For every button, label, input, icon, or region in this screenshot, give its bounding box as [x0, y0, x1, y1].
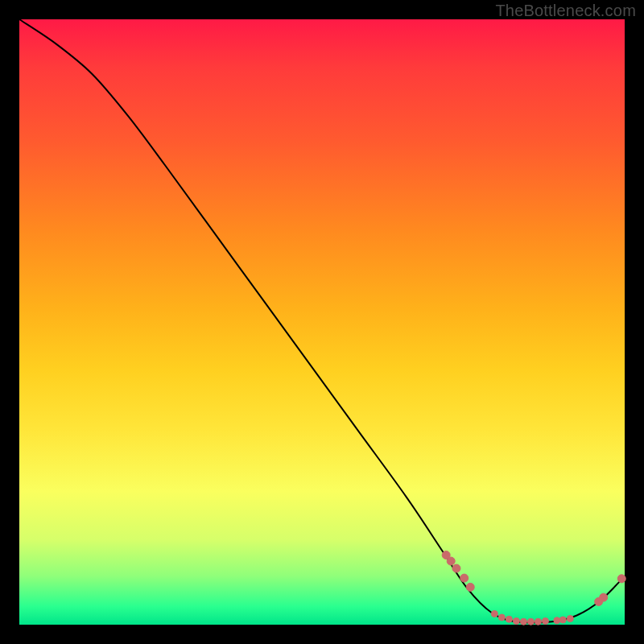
data-point [513, 617, 519, 624]
data-point [559, 617, 566, 623]
data-point [527, 618, 534, 625]
data-point [617, 575, 625, 583]
data-point [506, 616, 512, 622]
data-point [447, 557, 455, 565]
data-point [460, 574, 469, 582]
data-point [535, 618, 541, 625]
bottleneck-curve [19, 19, 625, 622]
data-point [600, 593, 608, 601]
data-point [466, 583, 474, 591]
data-point [491, 610, 497, 617]
data-point [520, 618, 526, 625]
data-point [542, 617, 548, 624]
data-point [554, 617, 560, 624]
chart-stage: TheBottleneck.com [0, 0, 644, 644]
data-point [498, 614, 505, 621]
chart-svg [0, 0, 644, 644]
data-point [567, 615, 573, 621]
data-point [452, 564, 460, 572]
